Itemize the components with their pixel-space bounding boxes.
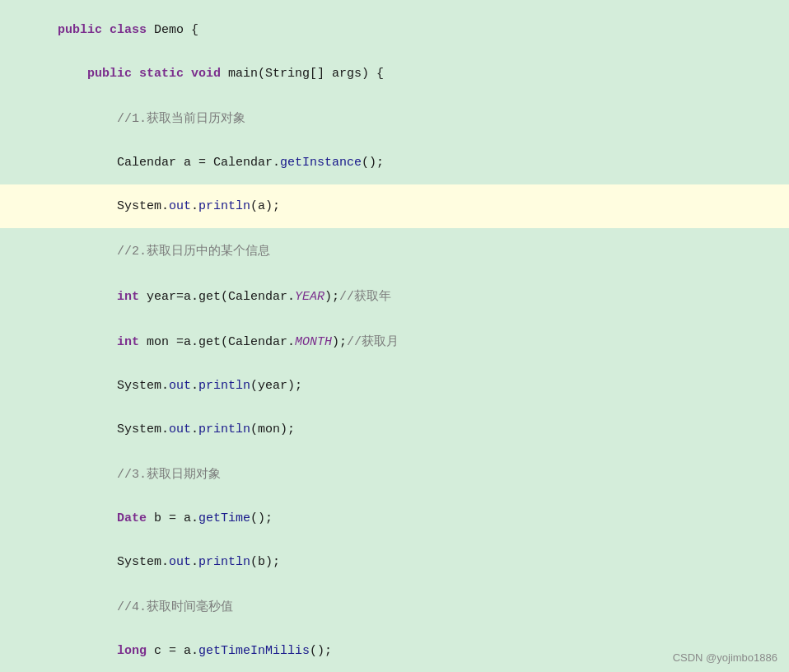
kw-class: class [110,23,147,37]
line-content: public static void main(String[] args) { [30,53,384,95]
code-container: public class Demo { public static void m… [0,0,789,672]
line-println-a: System.out.println(a); [0,184,789,228]
comment-text: //1.获取当前日历对象 [117,112,245,126]
line-comment2: //2.获取日历中的某个信息 [0,228,789,273]
line-class-def: public class Demo { [0,8,789,52]
line-main-def: public static void main(String[] args) { [0,52,789,96]
line-println-mon: System.out.println(mon); [0,408,789,451]
line-int-year: int year=a.get(Calendar.YEAR);//获取年 [0,273,789,319]
line-comment1: //1.获取当前日历对象 [0,96,789,141]
line-content: Date b = a.getTime(); [59,497,273,539]
line-content: System.out.println(year); [59,365,302,407]
line-content: public class Demo { [0,9,198,51]
line-content: int mon =a.get(Calendar.MONTH);//获取月 [59,320,399,363]
line-date-b: Date b = a.getTime(); [0,497,789,540]
watermark: CSDN @yojimbo1886 [673,651,777,664]
line-content: System.out.println(mon); [59,408,295,450]
line-content: long c = a.getTimeInMillis(); [59,630,332,672]
line-content: System.out.println(a); [59,185,280,227]
line-content: Calendar a = Calendar.getInstance(); [59,142,384,184]
line-content: int year=a.get(Calendar.YEAR);//获取年 [59,274,391,318]
kw-public: public [58,23,102,37]
line-int-mon: int mon =a.get(Calendar.MONTH);//获取月 [0,319,789,364]
line-content: System.out.println(b); [59,541,280,583]
line-comment3: //3.获取日期对象 [0,451,789,497]
line-content: //3.获取日期对象 [59,452,221,496]
line-content: //2.获取日历中的某个信息 [59,229,270,273]
line-calendar-a: Calendar a = Calendar.getInstance(); [0,141,789,184]
line-println-year: System.out.println(year); [0,364,789,408]
line-println-b: System.out.println(b); [0,540,789,584]
line-comment4: //4.获取时间毫秒值 [0,584,789,629]
line-long-c: long c = a.getTimeInMillis(); [0,629,789,672]
line-content: //1.获取当前日历对象 [59,96,245,140]
line-content: //4.获取时间毫秒值 [59,585,233,628]
